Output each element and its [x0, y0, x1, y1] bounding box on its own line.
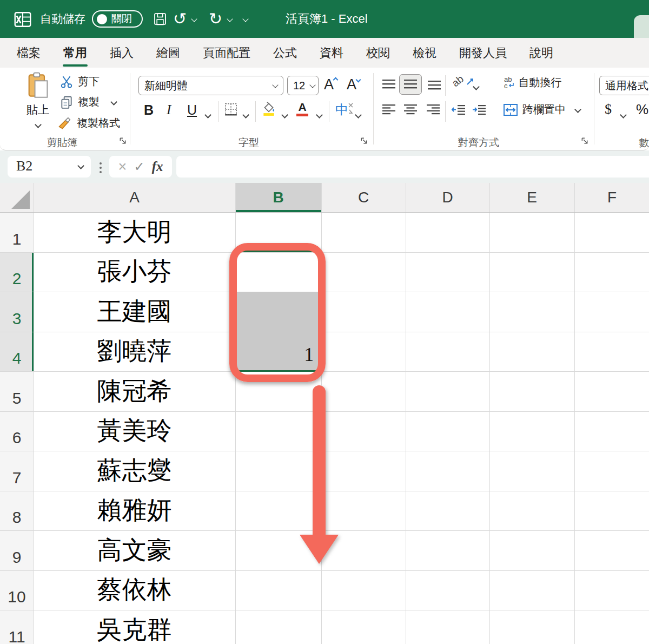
cell-A7[interactable]: 蘇志燮 [34, 451, 235, 491]
merge-center-button[interactable]: 跨欄置中 [503, 102, 580, 117]
column-header-B[interactable]: B [235, 183, 321, 212]
cell-A8[interactable]: 賴雅妍 [34, 491, 235, 531]
alignment-dialog-launcher[interactable] [581, 137, 588, 144]
column-header-C[interactable]: C [321, 183, 406, 212]
orientation-menu-button[interactable] [474, 82, 479, 91]
tab-data[interactable]: 資料 [308, 38, 355, 68]
tab-file[interactable]: 檔案 [5, 38, 52, 68]
row-header-5[interactable]: 5 [0, 371, 34, 411]
formula-buttons: × ✓ fx [109, 156, 172, 178]
align-right-button[interactable] [426, 103, 440, 116]
percent-button[interactable]: % [636, 101, 648, 118]
align-top-button[interactable] [382, 78, 396, 91]
decrease-indent-button[interactable] [451, 103, 466, 116]
wrap-text-button[interactable]: ab c 自動換行 [504, 75, 562, 90]
font-size-combobox[interactable]: 12 [287, 76, 319, 95]
quick-access-customize-button[interactable] [243, 0, 248, 38]
currency-menu-button[interactable] [621, 110, 626, 120]
row-header-1[interactable]: 1 [0, 212, 34, 252]
tab-review[interactable]: 校閱 [355, 38, 401, 68]
currency-button[interactable]: $ [605, 101, 612, 117]
cell-A9[interactable]: 高文豪 [34, 530, 235, 570]
tab-view[interactable]: 檢視 [401, 38, 448, 68]
tab-formulas[interactable]: 公式 [262, 38, 308, 68]
number-format-combobox[interactable]: 通用格式 [599, 76, 649, 95]
phonetic-menu-button[interactable] [356, 110, 361, 120]
tab-insert[interactable]: 插入 [98, 38, 145, 68]
row-header-8[interactable]: 8 [0, 491, 34, 531]
formula-input[interactable] [176, 156, 649, 178]
phonetic-marks-icon [348, 101, 354, 115]
bold-button[interactable]: B [144, 102, 154, 118]
undo-button[interactable]: ↺ [173, 0, 187, 38]
row-header-6[interactable]: 6 [0, 411, 34, 451]
tab-draw[interactable]: 繪圖 [145, 38, 191, 68]
formula-bar-handle[interactable] [100, 162, 102, 173]
paste-button[interactable]: 貼上 [16, 72, 59, 133]
cell-A4[interactable]: 劉曉萍 [34, 332, 235, 372]
font-name-combobox[interactable]: 新細明體 [138, 76, 283, 95]
save-button[interactable] [153, 0, 168, 38]
cancel-button[interactable]: × [118, 160, 127, 174]
tab-help[interactable]: 說明 [518, 38, 565, 68]
separator [445, 101, 446, 122]
row-header-3[interactable]: 3 [0, 292, 34, 332]
chevron-down-icon [35, 121, 42, 128]
undo-menu-button[interactable] [192, 0, 196, 38]
format-painter-button[interactable]: 複製格式 [57, 115, 120, 130]
tab-developer[interactable]: 開發人員 [448, 38, 518, 68]
underline-menu-button[interactable] [206, 110, 210, 120]
column-header-A[interactable]: A [34, 183, 235, 212]
row-header-7[interactable]: 7 [0, 451, 34, 491]
shrink-font-button[interactable]: A [347, 76, 360, 93]
column-header-E[interactable]: E [489, 183, 574, 212]
align-left-button[interactable] [382, 103, 396, 116]
align-middle-icon [403, 78, 418, 91]
cell-A2[interactable]: 張小芬 [34, 252, 235, 292]
annotation-rounded-rect [229, 243, 326, 382]
chevron-down-icon [110, 98, 117, 106]
redo-menu-button[interactable] [228, 0, 232, 38]
fill-color-button[interactable] [262, 101, 276, 116]
font-dialog-launcher[interactable] [360, 137, 368, 144]
cell-A5[interactable]: 陳冠希 [34, 371, 235, 411]
redo-button[interactable]: ↻ [209, 0, 222, 38]
cut-button[interactable]: 剪下 [59, 74, 100, 89]
font-color-menu-button[interactable] [317, 110, 322, 120]
tab-home[interactable]: 常用 [52, 38, 98, 68]
borders-button[interactable] [224, 102, 238, 116]
orientation-button[interactable]: ab [452, 75, 475, 87]
row-header-4[interactable]: 4 [0, 332, 34, 372]
column-header-F[interactable]: F [574, 183, 649, 212]
insert-function-button[interactable]: fx [152, 159, 163, 174]
cell-A6[interactable]: 黃美玲 [34, 411, 235, 451]
grow-font-button[interactable]: A [324, 76, 337, 93]
select-all-corner[interactable] [0, 183, 34, 212]
align-bottom-button[interactable] [427, 78, 441, 91]
clipboard-dialog-launcher[interactable] [119, 137, 127, 144]
align-center-button[interactable] [403, 103, 418, 116]
cell-A1[interactable]: 李大明 [34, 212, 235, 252]
phonetic-guide-button[interactable]: 中 [335, 101, 354, 119]
borders-menu-button[interactable] [243, 110, 248, 120]
row-header-9[interactable]: 9 [0, 530, 34, 570]
enter-button[interactable]: ✓ [134, 160, 144, 173]
cell-A10[interactable]: 蔡依林 [34, 570, 235, 610]
row-header-11[interactable]: 11 [0, 610, 34, 644]
name-box[interactable]: B2 [8, 156, 91, 178]
titlebar-right-button[interactable] [634, 15, 649, 39]
cell-A3[interactable]: 王建國 [34, 292, 235, 332]
italic-button[interactable]: I [167, 102, 171, 117]
tab-page-layout[interactable]: 頁面配置 [191, 38, 262, 68]
autosave-toggle[interactable]: 關閉 [92, 10, 143, 28]
column-header-D[interactable]: D [406, 183, 489, 212]
underline-button[interactable]: U [187, 102, 197, 118]
row-header-2[interactable]: 2 [0, 252, 34, 292]
cell-A11[interactable]: 吳克群 [34, 610, 235, 644]
copy-button[interactable]: 複製 [59, 95, 116, 109]
increase-indent-button[interactable] [472, 103, 487, 116]
row-header-10[interactable]: 10 [0, 570, 34, 610]
font-color-button[interactable]: A [296, 101, 308, 116]
fill-color-menu-button[interactable] [282, 110, 287, 120]
align-middle-button[interactable] [399, 74, 422, 95]
